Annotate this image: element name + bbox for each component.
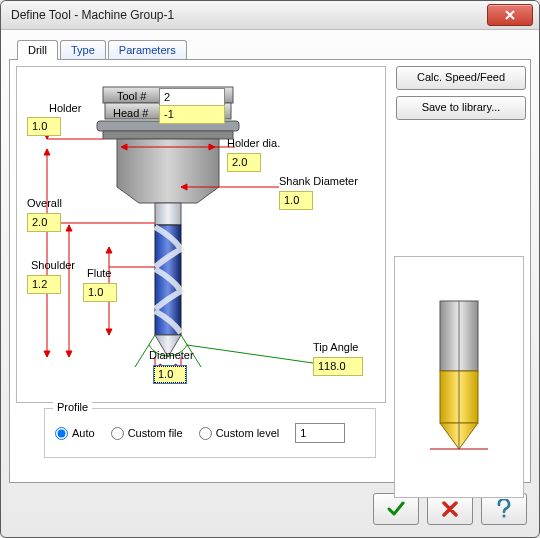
tab-panel: Tool # 2 Head # -1 Holder 1.0 Holder dia… <box>9 59 531 483</box>
field-holder-dia[interactable]: 2.0 <box>227 153 261 172</box>
check-icon <box>386 500 406 518</box>
save-to-library-button[interactable]: Save to library... <box>396 96 526 120</box>
tool-preview-icon <box>424 297 494 457</box>
define-tool-window: Define Tool - Machine Group-1 Drill Type… <box>0 0 540 538</box>
label-flute: Flute <box>87 267 111 279</box>
radio-profile-custom-file-label: Custom file <box>128 427 183 439</box>
field-overall[interactable]: 2.0 <box>27 213 61 232</box>
label-holder: Holder <box>49 102 81 114</box>
field-custom-level[interactable] <box>295 423 345 443</box>
profile-legend: Profile <box>53 401 92 413</box>
tab-type[interactable]: Type <box>60 40 106 60</box>
close-icon <box>504 10 516 20</box>
titlebar: Define Tool - Machine Group-1 <box>1 1 539 30</box>
radio-profile-auto-input[interactable] <box>55 427 68 440</box>
radio-profile-auto-label: Auto <box>72 427 95 439</box>
tabstrip: Drill Type Parameters <box>17 37 531 59</box>
profile-group: Profile Auto Custom file Custom level <box>44 408 376 458</box>
radio-profile-custom-file[interactable]: Custom file <box>111 427 183 440</box>
field-diameter[interactable]: 1.0 <box>153 365 187 384</box>
right-column: Calc. Speed/Feed Save to library... <box>396 66 524 476</box>
label-shank-dia: Shank Diameter <box>279 175 358 187</box>
window-close-button[interactable] <box>487 4 533 26</box>
label-tip-angle: Tip Angle <box>313 341 358 353</box>
x-icon <box>441 500 459 518</box>
window-title: Define Tool - Machine Group-1 <box>11 8 487 22</box>
field-tip-angle[interactable]: 118.0 <box>313 357 363 376</box>
calc-speed-feed-button[interactable]: Calc. Speed/Feed <box>396 66 526 90</box>
label-overall: Overall <box>27 197 62 209</box>
label-holder-dia: Holder dia. <box>227 137 280 149</box>
svg-rect-3 <box>103 131 233 139</box>
field-holder[interactable]: 1.0 <box>27 117 61 136</box>
field-flute[interactable]: 1.0 <box>83 283 117 302</box>
label-shoulder: Shoulder <box>31 259 75 271</box>
svg-point-25 <box>502 514 505 517</box>
label-tool-num: Tool # <box>117 90 146 102</box>
tool-preview <box>394 256 524 498</box>
svg-line-20 <box>187 345 313 363</box>
label-diameter: Diameter <box>149 349 194 361</box>
radio-profile-custom-level-input[interactable] <box>199 427 212 440</box>
client-area: Drill Type Parameters <box>9 37 531 529</box>
drill-geometry-area: Tool # 2 Head # -1 Holder 1.0 Holder dia… <box>16 66 386 476</box>
drill-diagram: Tool # 2 Head # -1 Holder 1.0 Holder dia… <box>16 66 386 403</box>
field-shank-dia[interactable]: 1.0 <box>279 191 313 210</box>
field-head-num[interactable]: -1 <box>159 105 225 124</box>
radio-profile-custom-level-label: Custom level <box>216 427 280 439</box>
question-icon <box>495 499 513 519</box>
field-shoulder[interactable]: 1.2 <box>27 275 61 294</box>
tab-drill[interactable]: Drill <box>17 40 58 60</box>
tab-parameters[interactable]: Parameters <box>108 40 187 60</box>
radio-profile-custom-level[interactable]: Custom level <box>199 427 280 440</box>
svg-rect-4 <box>155 203 181 225</box>
radio-profile-custom-file-input[interactable] <box>111 427 124 440</box>
label-head-num: Head # <box>113 107 148 119</box>
radio-profile-auto[interactable]: Auto <box>55 427 95 440</box>
